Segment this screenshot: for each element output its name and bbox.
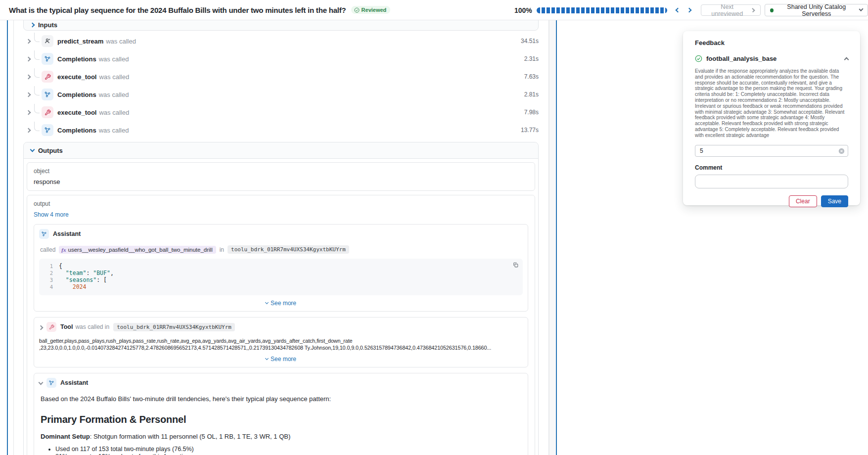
span-name: Completions: [57, 91, 96, 98]
chevron-up-icon[interactable]: [845, 57, 848, 60]
object-value: response: [34, 178, 528, 185]
top-header: What is the typical play sequence for th…: [0, 0, 868, 20]
status-dot: [770, 8, 774, 12]
chevron-right-icon: [750, 8, 755, 12]
span-row-predict-stream[interactable]: predict_stream was called 34.51s: [14, 32, 548, 50]
span-name: execute_tool: [57, 109, 96, 116]
span-list: predict_stream was called 34.51s Complet…: [14, 32, 548, 139]
message-role: Tool: [60, 323, 73, 330]
span-row-execute-tool-2[interactable]: execute_tool was called 7.98s: [14, 103, 548, 121]
chevron-right-icon[interactable]: [27, 40, 30, 43]
chevron-right-icon[interactable]: [27, 129, 30, 132]
function-name: users__wesley_pasfield__who_got_ball_two…: [68, 247, 213, 253]
code-key: "team": [66, 270, 87, 276]
tool-output-line-2: ,23,23.0,0.0,1.0,0.0,-0.0140732842741257…: [39, 345, 523, 351]
tool-icon: [42, 106, 53, 118]
tool-icon: [42, 71, 53, 83]
answer-intro: Based on the 2024 Buffalo Bills' two-min…: [41, 395, 521, 403]
show-more-link[interactable]: Show 4 more: [34, 211, 69, 218]
called-label: called: [40, 246, 55, 253]
tree-connector: [34, 68, 40, 78]
header-controls: 100% Next unreviewed Shared Unity Catalo…: [514, 0, 868, 20]
chevron-down-icon: [859, 7, 863, 11]
span-row-completions-2[interactable]: Completions was called 2.81s: [14, 86, 548, 103]
answer-heading-1: Primary Formation & Personnel: [41, 414, 521, 425]
span-row-completions-3[interactable]: Completions was called 13.77s: [14, 121, 548, 139]
clear-button[interactable]: Clear: [789, 195, 817, 207]
code-text: ,: [110, 270, 114, 276]
line-number: 1: [42, 263, 53, 270]
clear-circle-icon[interactable]: [838, 147, 845, 156]
code-string: "BUF": [93, 270, 110, 276]
outputs-section-label: Outputs: [38, 147, 63, 154]
feedback-metric-row[interactable]: football_analysis_base: [695, 55, 848, 62]
span-suffix: was called: [106, 38, 136, 45]
outputs-section-header[interactable]: Outputs: [24, 142, 538, 159]
list-item: Used on 117 of 153 total two-minute play…: [55, 446, 521, 453]
model-icon: [42, 53, 53, 65]
span-name: Completions: [57, 127, 96, 134]
span-row-completions-1[interactable]: Completions was called 2.31s: [14, 50, 548, 68]
environment-label: Shared Unity Catalog Serverless: [777, 3, 856, 17]
answer-dominant-text: : Shotgun formation with 11 personnel (5…: [90, 433, 291, 440]
progress-percent: 100%: [514, 6, 532, 14]
chevron-right-icon[interactable]: [27, 111, 30, 114]
reviewed-badge-label: Reviewed: [362, 7, 387, 13]
environment-selector[interactable]: Shared Unity Catalog Serverless: [765, 4, 868, 16]
model-icon: [39, 229, 49, 239]
code-block: 1{ 2 "team": "BUF", 3 "seasons": [ 4 202…: [39, 259, 523, 295]
chevron-right-icon[interactable]: [39, 322, 43, 331]
line-number: 4: [42, 283, 53, 290]
assistant-call-card: Assistant called fx users__wesley_pasfie…: [34, 224, 528, 312]
chevron-right-icon: [686, 8, 691, 13]
function-pill: fx users__wesley_pasfield__who_got_ball_…: [59, 246, 216, 254]
span-row-execute-tool-1[interactable]: execute_tool was called 7.63s: [14, 68, 548, 86]
chevron-down-icon: [265, 300, 269, 304]
copy-icon[interactable]: [512, 262, 519, 270]
span-suffix: was called: [99, 127, 129, 134]
tree-connector: [34, 104, 40, 113]
tool-output-line-1: ball_getter,plays,pass_plays,rush_plays,…: [39, 338, 523, 344]
feedback-panel: Feedback football_analysis_base Evaluate…: [683, 31, 860, 205]
chevron-right-icon[interactable]: [27, 93, 30, 96]
prev-trace-button[interactable]: [672, 4, 684, 17]
span-duration: 34.51s: [521, 38, 548, 45]
output-card: output Show 4 more Assistant called fx u…: [27, 195, 535, 455]
outputs-section: Outputs object response output Show 4 mo…: [23, 142, 539, 455]
chevron-left-icon: [675, 8, 680, 13]
tool-result-card: Tool was called in toolu_bdrk_01RR7mv4UX…: [34, 317, 528, 367]
in-label: in: [220, 246, 224, 253]
agent-icon: [42, 35, 53, 47]
chevron-down-icon: [31, 149, 34, 152]
chevron-right-icon[interactable]: [27, 57, 30, 61]
span-duration: 2.81s: [524, 91, 548, 98]
tree-connector: [34, 86, 40, 95]
assistant-answer-card: Assistant Based on the 2024 Buffalo Bill…: [34, 373, 528, 455]
answer-bullet-list: Used on 117 of 153 total two-minute play…: [55, 446, 521, 455]
span-duration: 13.77s: [521, 127, 548, 134]
list-item: 81% pass rate, 19% rush rate from this f…: [55, 453, 521, 455]
see-more-label: See more: [271, 300, 296, 307]
object-card: object response: [27, 162, 535, 191]
score-input[interactable]: [695, 145, 848, 157]
feedback-title: Feedback: [695, 39, 848, 46]
save-button[interactable]: Save: [821, 195, 848, 207]
feedback-description: Evaluate if the response appropriately a…: [695, 68, 848, 138]
see-more-link[interactable]: See more: [39, 356, 523, 363]
next-trace-button[interactable]: [684, 4, 695, 17]
chevron-down-icon[interactable]: [39, 378, 43, 387]
code-text: :: [86, 270, 93, 276]
check-circle-icon: [695, 55, 702, 62]
next-unreviewed-button[interactable]: Next unreviewed: [701, 4, 761, 16]
chevron-down-icon: [265, 356, 269, 360]
chevron-right-icon[interactable]: [27, 75, 30, 79]
trace-pane-scrollbar[interactable]: [549, 20, 555, 455]
comment-input[interactable]: [695, 175, 848, 188]
comment-label: Comment: [695, 164, 848, 171]
function-icon: fx: [61, 247, 66, 253]
model-icon: [42, 89, 53, 100]
right-pane-divider[interactable]: [556, 20, 557, 455]
left-pane-divider[interactable]: [7, 20, 8, 455]
output-label: output: [34, 200, 528, 207]
see-more-link[interactable]: See more: [39, 300, 523, 307]
